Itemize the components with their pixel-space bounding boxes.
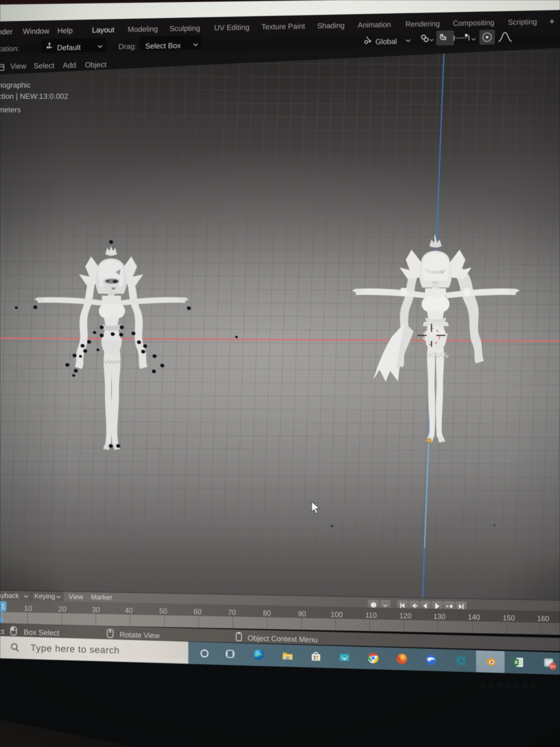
svg-text:9+: 9+ bbox=[550, 664, 556, 669]
